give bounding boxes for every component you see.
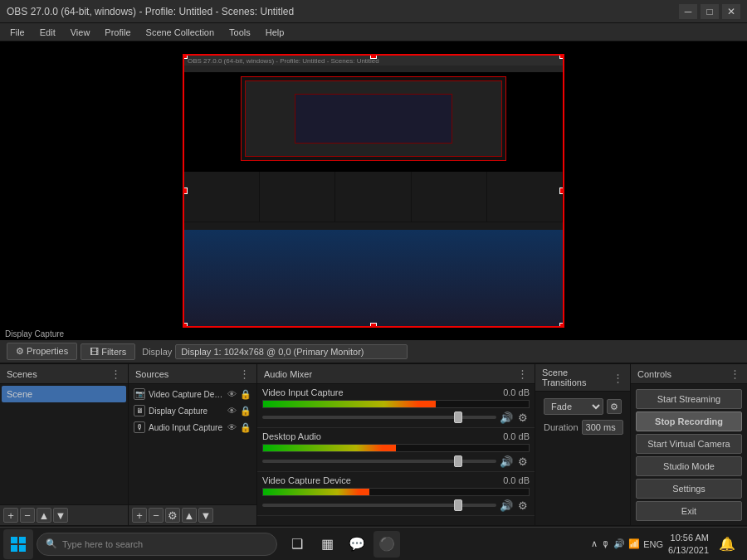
sources-add-button[interactable]: + bbox=[132, 508, 147, 523]
exit-button[interactable]: Exit bbox=[636, 501, 742, 521]
resize-handle-bl[interactable] bbox=[183, 323, 188, 328]
sources-remove-button[interactable]: − bbox=[149, 508, 164, 523]
close-button[interactable]: ✕ bbox=[722, 4, 740, 19]
scenes-up-button[interactable]: ▲ bbox=[37, 508, 51, 523]
properties-tab[interactable]: ⚙ Properties bbox=[7, 343, 77, 360]
mic-icon[interactable]: 🎙 bbox=[601, 539, 610, 549]
video-capture-icon: 📷 bbox=[134, 388, 145, 400]
audio-track-0-mute[interactable]: 🔊 bbox=[500, 411, 513, 424]
chevron-up-icon[interactable]: ∧ bbox=[591, 538, 598, 549]
maximize-button[interactable]: □ bbox=[701, 4, 719, 19]
system-clock[interactable]: 10:56 AM 6/13/2021 bbox=[668, 532, 709, 556]
menu-profile[interactable]: Profile bbox=[98, 26, 137, 39]
resize-handle-tl[interactable] bbox=[183, 54, 188, 59]
source-eye-1[interactable]: 👁 bbox=[227, 406, 237, 416]
menu-help[interactable]: Help bbox=[259, 26, 291, 39]
studio-mode-button[interactable]: Studio Mode bbox=[636, 456, 742, 476]
audio-track-2-fader-thumb[interactable] bbox=[454, 499, 462, 511]
scenes-footer: + − ▲ ▼ bbox=[0, 504, 128, 525]
sim-panel-audio bbox=[335, 172, 411, 222]
source-lock-2[interactable]: 🔒 bbox=[240, 422, 251, 433]
audio-options-icon[interactable]: ⋮ bbox=[517, 368, 528, 380]
scenes-options-icon[interactable]: ⋮ bbox=[110, 368, 121, 380]
audio-track-0-db: 0.0 dB bbox=[503, 387, 530, 397]
source-eye-0[interactable]: 👁 bbox=[227, 389, 237, 399]
audio-mixer-header: Audio Mixer ⋮ bbox=[257, 364, 535, 384]
source-item-video-capture[interactable]: 📷 Video Capture Device 👁 🔒 bbox=[130, 386, 255, 402]
transitions-title: Scene Transitions bbox=[542, 368, 613, 387]
notifications-button[interactable]: 🔔 bbox=[714, 531, 740, 558]
source-item-audio-capture[interactable]: 🎙 Audio Input Capture 👁 🔒 bbox=[130, 419, 255, 436]
source-lock-0[interactable]: 🔒 bbox=[240, 389, 251, 400]
taskbar: 🔍 Type here to search ❑ ▦ 💬 ⚫ ∧ 🎙 🔊 📶 EN… bbox=[0, 527, 747, 560]
obs-taskbar-icon[interactable]: ⚫ bbox=[374, 531, 400, 558]
audio-track-0-fader-thumb[interactable] bbox=[454, 411, 462, 423]
sources-settings-button[interactable]: ⚙ bbox=[165, 508, 180, 523]
start-virtual-camera-button[interactable]: Start Virtual Camera bbox=[636, 434, 742, 454]
scenes-add-button[interactable]: + bbox=[3, 508, 18, 523]
scene-item[interactable]: Scene bbox=[2, 386, 126, 402]
source-item-display-capture[interactable]: 🖥 Display Capture 👁 🔒 bbox=[130, 402, 255, 419]
start-button[interactable] bbox=[3, 529, 33, 559]
sim-panel-controls bbox=[487, 172, 563, 222]
controls-options-icon[interactable]: ⋮ bbox=[730, 368, 740, 380]
settings-button[interactable]: Settings bbox=[636, 479, 742, 499]
display-select[interactable]: Display 1: 1024x768 @ 0,0 (Primary Monit… bbox=[175, 344, 408, 359]
source-label: Display Capture bbox=[0, 328, 69, 340]
transition-type-select[interactable]: Fade bbox=[544, 398, 603, 415]
audio-track-1-mute[interactable]: 🔊 bbox=[500, 455, 513, 468]
source-eye-2[interactable]: 👁 bbox=[227, 422, 237, 432]
menu-scene-collection[interactable]: Scene Collection bbox=[139, 26, 222, 39]
scenes-remove-button[interactable]: − bbox=[20, 508, 35, 523]
minimize-button[interactable]: ─ bbox=[679, 4, 697, 19]
audio-track-2-settings[interactable]: ⚙ bbox=[516, 499, 530, 512]
sources-up-button[interactable]: ▲ bbox=[182, 508, 197, 523]
audio-track-1-fader[interactable] bbox=[262, 460, 496, 463]
audio-track-2-fader[interactable] bbox=[262, 504, 496, 507]
resize-handle-br[interactable] bbox=[559, 323, 564, 328]
sources-options-icon[interactable]: ⋮ bbox=[239, 368, 250, 380]
resize-handle-mr[interactable] bbox=[559, 187, 564, 194]
chat-button[interactable]: 💬 bbox=[344, 531, 370, 558]
transition-type-row: Fade ⚙ bbox=[539, 395, 627, 418]
audio-track-2-mute[interactable]: 🔊 bbox=[500, 499, 513, 512]
widgets-button[interactable]: ▦ bbox=[314, 531, 340, 558]
svg-rect-2 bbox=[11, 545, 17, 552]
audio-track-0-fader[interactable] bbox=[262, 416, 496, 419]
start-streaming-button[interactable]: Start Streaming bbox=[636, 389, 742, 409]
source-lock-1[interactable]: 🔒 bbox=[240, 406, 251, 416]
sources-down-button[interactable]: ▼ bbox=[198, 508, 213, 523]
sources-title: Sources bbox=[135, 369, 168, 379]
sources-list: 📷 Video Capture Device 👁 🔒 🖥 Display Cap… bbox=[129, 384, 256, 504]
speaker-icon[interactable]: 🔊 bbox=[613, 538, 625, 549]
resize-handle-bm[interactable] bbox=[370, 323, 377, 328]
taskbar-app-icons: ❑ ▦ 💬 ⚫ bbox=[284, 531, 400, 558]
transition-settings-btn[interactable]: ⚙ bbox=[607, 399, 622, 414]
audio-track-1-fader-thumb[interactable] bbox=[454, 455, 462, 467]
audio-track-1-settings[interactable]: ⚙ bbox=[516, 455, 530, 468]
search-placeholder-text: Type here to search bbox=[62, 539, 143, 549]
taskbar-search-box[interactable]: 🔍 Type here to search bbox=[37, 533, 277, 556]
duration-input[interactable] bbox=[582, 420, 623, 435]
clock-date: 6/13/2021 bbox=[668, 544, 709, 556]
menu-file[interactable]: File bbox=[3, 26, 32, 39]
transitions-header: Scene Transitions ⋮ bbox=[535, 364, 630, 392]
filters-tab[interactable]: 🎞 Filters bbox=[81, 343, 135, 360]
transitions-options-icon[interactable]: ⋮ bbox=[613, 372, 623, 384]
stop-recording-button[interactable]: Stop Recording bbox=[636, 411, 742, 431]
resize-handle-tr[interactable] bbox=[559, 54, 564, 59]
scenes-down-button[interactable]: ▼ bbox=[53, 508, 68, 523]
menu-view[interactable]: View bbox=[64, 26, 97, 39]
audio-track-0-settings[interactable]: ⚙ bbox=[516, 411, 530, 424]
audio-track-1-db: 0.0 dB bbox=[503, 431, 530, 441]
resize-handle-ml[interactable] bbox=[183, 187, 188, 194]
clock-time: 10:56 AM bbox=[668, 532, 709, 543]
menu-edit[interactable]: Edit bbox=[33, 26, 62, 39]
task-view-button[interactable]: ❑ bbox=[284, 531, 310, 558]
resize-handle-tm[interactable] bbox=[370, 54, 377, 59]
source-name-audio-capture: Audio Input Capture bbox=[149, 423, 224, 432]
menu-tools[interactable]: Tools bbox=[222, 26, 257, 39]
network-icon[interactable]: 📶 bbox=[628, 538, 640, 549]
audio-track-2-db: 0.0 dB bbox=[503, 475, 530, 485]
scenes-header: Scenes ⋮ bbox=[0, 364, 128, 384]
